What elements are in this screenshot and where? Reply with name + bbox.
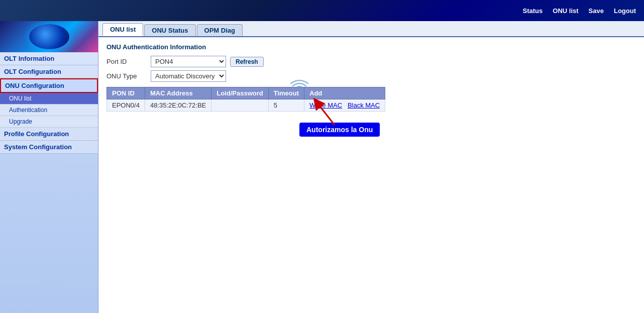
sidebar-item-profile-configuration[interactable]: Profile Configuration — [0, 128, 98, 141]
tab-opm-diag[interactable]: OPM Diag — [197, 24, 243, 36]
sidebar-item-system-configuration[interactable]: System Configuration — [0, 141, 98, 154]
onu-type-select[interactable]: Automatic Discovery Manual — [151, 70, 226, 82]
onu-type-row: ONU Type Automatic Discovery Manual — [106, 70, 636, 82]
nav-status[interactable]: Status — [523, 7, 543, 15]
sidebar-item-olt-configuration[interactable]: OLT Configuration — [0, 65, 98, 78]
onu-type-label: ONU Type — [106, 72, 147, 80]
callout-area: Autorizamos la Onu — [299, 123, 380, 137]
col-mac-address: MAC Address — [145, 87, 211, 99]
main-layout: OLT Information OLT Configuration ONU Co… — [0, 21, 644, 313]
cell-mac-address: 48:35:2E:0C:72:BE — [145, 99, 211, 112]
port-id-label: Port ID — [106, 58, 147, 65]
port-id-select[interactable]: PON4 PON1 PON2 PON3 PON5 PON6 PON7 PON8 — [151, 56, 226, 67]
cell-timeout: 5 — [268, 99, 304, 112]
black-mac-link[interactable]: Black MAC — [348, 101, 380, 109]
sidebar-item-onu-list[interactable]: ONU list — [0, 93, 98, 105]
wifi-icon — [289, 77, 309, 98]
sidebar-item-upgrade[interactable]: Upgrade — [0, 116, 98, 128]
tab-onu-status[interactable]: ONU Status — [144, 24, 195, 36]
refresh-button[interactable]: Refresh — [230, 57, 264, 67]
tab-onu-list[interactable]: ONU list — [102, 23, 143, 36]
nav-logout[interactable]: Logout — [614, 7, 636, 15]
nav-save[interactable]: Save — [589, 7, 604, 15]
main-content: ONU list ONU Status OPM Diag ONU Authent… — [98, 21, 644, 313]
svg-line-1 — [317, 102, 335, 125]
sidebar-item-onu-configuration[interactable]: ONU Configuration — [0, 78, 98, 93]
top-nav: Status ONU list Save Logout — [0, 0, 644, 21]
sidebar: OLT Information OLT Configuration ONU Co… — [0, 21, 98, 313]
table-row: EPON0/4 48:35:2E:0C:72:BE 5 While MAC Bl… — [107, 99, 385, 112]
col-loid-password: Loid/Password — [211, 87, 268, 99]
section-title: ONU Authentication Information — [106, 43, 636, 51]
table-header-row: PON ID MAC Address Loid/Password Timeout… — [107, 87, 385, 99]
cell-pon-id: EPON0/4 — [107, 99, 145, 112]
sidebar-item-olt-information[interactable]: OLT Information — [0, 52, 98, 65]
callout-arrow — [309, 97, 340, 129]
globe-icon — [29, 24, 69, 49]
sidebar-menu: OLT Information OLT Configuration ONU Co… — [0, 52, 98, 154]
tabs-bar: ONU list ONU Status OPM Diag — [98, 21, 644, 37]
page-body: ONU Authentication Information Port ID P… — [98, 37, 644, 313]
sidebar-item-authentication[interactable]: Authentication — [0, 105, 98, 116]
sidebar-header — [0, 21, 98, 52]
nav-onu-list[interactable]: ONU list — [553, 7, 578, 15]
cell-loid-password — [211, 99, 268, 112]
col-pon-id: PON ID — [107, 87, 145, 99]
onu-table: PON ID MAC Address Loid/Password Timeout… — [106, 87, 385, 112]
port-id-row: Port ID PON4 PON1 PON2 PON3 PON5 PON6 PO… — [106, 56, 636, 67]
